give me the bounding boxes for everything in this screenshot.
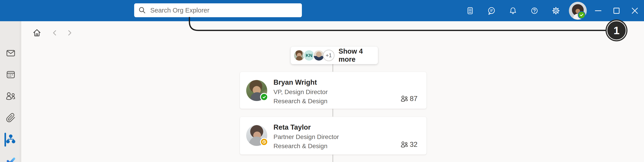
search-icon [138,6,146,14]
help-icon[interactable] [524,0,545,21]
person-department: Research & Design [274,142,339,150]
org-card-bryan-wright[interactable]: Bryan Wright VP, Design Director Researc… [240,72,427,109]
todo-check-icon [5,155,16,162]
show-more-button[interactable]: KN +1 Show 4 more [291,47,378,64]
user-avatar[interactable] [567,0,589,21]
settings-icon[interactable] [545,0,567,21]
sidebar-item-calendar[interactable] [0,66,21,83]
sidebar-item-mail[interactable] [0,45,21,61]
overflow-count-badge: +1 [323,50,334,61]
search-box[interactable] [134,3,302,17]
people-count-icon [400,141,408,148]
chevron-left-icon [50,28,59,37]
calendar-icon [6,70,16,80]
person-name: Bryan Wright [274,78,328,87]
avatar [246,125,267,146]
report-count-value: 87 [410,95,418,103]
avatar [569,2,587,20]
back-button[interactable] [48,26,61,39]
search-input[interactable] [150,7,284,14]
mail-icon [6,48,16,58]
maximize-button[interactable] [607,0,626,21]
annotation-step-badge: 1 [607,20,626,40]
app-rail [0,21,21,162]
tree-connector [332,64,333,72]
chat-icon[interactable] [481,0,502,21]
sidebar-item-org-explorer[interactable] [0,131,21,147]
tree-connector [332,109,333,117]
paperclip-icon [6,113,16,123]
forward-button[interactable] [63,26,76,39]
org-chart-icon [5,134,16,145]
sidebar-item-todo[interactable] [0,152,21,162]
report-count: 87 [400,95,418,103]
notes-icon[interactable] [459,0,481,21]
home-button[interactable] [31,26,43,39]
presence-available-icon [260,93,268,101]
tree-connector [332,155,333,162]
presence-away-icon [260,138,268,146]
report-count: 32 [400,140,418,148]
titlebar [0,0,644,21]
show-more-label: Show 4 more [338,47,378,64]
sidebar-item-attachments[interactable] [0,110,21,126]
close-button[interactable] [626,0,644,21]
minimize-button[interactable] [589,0,607,21]
org-card-reta-taylor[interactable]: Reta Taylor Partner Design Director Rese… [240,117,427,155]
person-title: Partner Design Director [274,132,339,142]
person-department: Research & Design [274,96,328,106]
people-icon [6,91,16,102]
sidebar-item-people[interactable] [0,88,21,104]
presence-available-icon [578,11,586,19]
chevron-right-icon [65,28,74,37]
people-count-icon [400,95,408,102]
avatar [246,80,267,101]
notifications-icon[interactable] [502,0,524,21]
report-count-value: 32 [410,140,418,148]
person-title: VP, Design Director [274,87,328,96]
home-icon [32,28,42,38]
person-name: Reta Taylor [274,122,339,132]
active-item-indicator [4,133,6,146]
